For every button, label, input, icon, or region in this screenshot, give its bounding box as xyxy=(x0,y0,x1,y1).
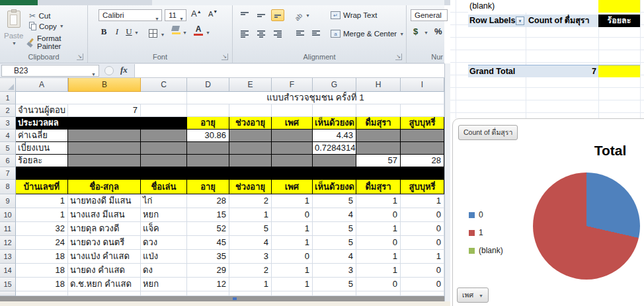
cell[interactable] xyxy=(313,155,356,167)
nickname-cell[interactable]: ไก่ xyxy=(141,194,187,208)
font-name-combo[interactable]: Calibri ▼ xyxy=(99,9,162,21)
smoke-cell[interactable]: 1 xyxy=(401,194,444,208)
name-box[interactable]: B23 ▼ xyxy=(1,65,99,77)
formula-input[interactable] xyxy=(134,64,444,77)
chevron-down-icon[interactable]: ▼ xyxy=(305,13,310,18)
age-range-cell[interactable]: 1 xyxy=(229,278,272,291)
increase-indent-button[interactable] xyxy=(309,28,323,40)
agree-cell[interactable]: 5 xyxy=(313,222,356,236)
age-cell[interactable]: 35 xyxy=(187,250,229,264)
gender-cell[interactable]: 1 xyxy=(272,194,313,208)
stat-header-age[interactable]: อายุ xyxy=(187,117,229,130)
cell[interactable] xyxy=(16,291,68,296)
table-header-nickname[interactable]: ชื่อเล่น xyxy=(141,180,187,194)
merge-center-button[interactable]: a Merge & Center ▼ xyxy=(331,30,404,38)
sheet-title[interactable]: แบบสำรวจชุมชน ครั้งที่ 1 xyxy=(187,92,444,104)
mean-agree-cell[interactable]: 4.43 xyxy=(313,130,356,142)
paste-button[interactable]: Paste ▼ xyxy=(1,7,26,49)
pct-drink-cell[interactable]: 57 xyxy=(356,155,401,167)
pivot-count-value[interactable] xyxy=(526,0,598,13)
chevron-down-icon[interactable]: ▼ xyxy=(424,30,428,35)
chart-title[interactable]: Total xyxy=(564,143,644,159)
legend-item[interactable]: 0 xyxy=(469,210,503,219)
agree-cell[interactable]: 4 xyxy=(313,208,356,222)
row-header[interactable]: 11 xyxy=(0,222,16,236)
age-cell[interactable]: 52 xyxy=(187,222,229,236)
sd-agree-cell[interactable]: 0.7284314 xyxy=(313,142,356,155)
cell[interactable] xyxy=(229,291,272,296)
col-header-E[interactable]: E xyxy=(229,78,272,92)
cell[interactable] xyxy=(141,130,187,142)
table-header-agree[interactable]: เห็นด้วยงด xyxy=(313,180,356,194)
drink-cell[interactable]: 1 xyxy=(356,264,401,278)
currency-button[interactable]: $ xyxy=(413,26,418,36)
nickname-cell[interactable]: หยก xyxy=(141,278,187,291)
smoke-cell[interactable]: 1 xyxy=(401,250,444,264)
cell[interactable] xyxy=(272,142,313,155)
pivot-row-labels-header[interactable]: Row Labels ▼ xyxy=(468,15,526,27)
chevron-down-icon[interactable]: ▼ xyxy=(206,30,210,35)
cell[interactable] xyxy=(68,142,141,155)
name-cell[interactable]: นายดุล ดวงดี xyxy=(68,222,141,236)
age-range-cell[interactable]: 2 xyxy=(229,194,272,208)
clipboard-dialog-launcher-icon[interactable]: ↘ xyxy=(77,54,83,60)
insert-function-icon[interactable]: fx xyxy=(120,65,128,75)
row-header-1[interactable]: 1 xyxy=(0,92,16,104)
pie-chart[interactable] xyxy=(533,172,640,280)
cell[interactable] xyxy=(68,291,141,296)
cell[interactable] xyxy=(141,291,187,296)
mean-label-cell[interactable]: ค่าเฉลี่ย xyxy=(16,130,68,142)
cell[interactable] xyxy=(68,130,141,142)
select-all-corner[interactable] xyxy=(0,78,16,92)
chart-field-button[interactable]: Count of ดื่มสุรา xyxy=(458,125,518,140)
cell[interactable] xyxy=(141,142,187,155)
grow-font-button[interactable]: A▲ xyxy=(191,9,202,19)
house-number-cell[interactable]: 32 xyxy=(16,222,68,236)
age-cell[interactable]: 28 xyxy=(187,194,229,208)
horizontal-scrollbar[interactable] xyxy=(0,296,444,301)
gender-cell[interactable]: 1 xyxy=(272,222,313,236)
row-header[interactable]: 12 xyxy=(0,236,16,250)
drink-cell[interactable]: 1 xyxy=(356,250,401,264)
table-header-age[interactable]: อายุ xyxy=(187,180,229,194)
cell[interactable] xyxy=(401,291,444,296)
cell[interactable] xyxy=(187,142,229,155)
table-header-age-range[interactable]: ช่วงอายุ xyxy=(229,180,272,194)
cell[interactable] xyxy=(141,104,187,117)
nickname-cell[interactable]: แจ็ค xyxy=(141,222,187,236)
table-header-name[interactable]: ชื่อ-สกุล xyxy=(68,180,141,194)
cell[interactable] xyxy=(401,142,444,155)
gender-cell[interactable]: 1 xyxy=(272,278,313,291)
format-painter-button[interactable]: Format Painter xyxy=(26,34,87,50)
legend-item[interactable]: 1 xyxy=(469,228,503,237)
cell[interactable] xyxy=(229,155,272,167)
pivot-chart[interactable]: Count of ดื่มสุรา Total 0 1 xyxy=(452,118,644,306)
font-dialog-launcher-icon[interactable]: ↘ xyxy=(221,54,228,60)
cell[interactable] xyxy=(313,291,356,296)
grand-total-percent[interactable] xyxy=(598,65,640,77)
table-header-smoke[interactable]: สูบบุหรี่ xyxy=(401,180,444,194)
col-header-G[interactable]: G xyxy=(313,78,356,92)
smoke-cell[interactable]: 0 xyxy=(401,236,444,250)
chevron-down-icon[interactable]: ▼ xyxy=(134,30,139,35)
cell[interactable] xyxy=(272,291,313,296)
col-header-D[interactable]: D xyxy=(187,78,229,92)
age-range-cell[interactable]: 5 xyxy=(229,222,272,236)
house-number-cell[interactable]: 18 xyxy=(16,250,68,264)
align-top-button[interactable] xyxy=(238,9,251,21)
col-header-A[interactable]: A xyxy=(16,78,68,92)
pivot-row-label[interactable]: (blank) xyxy=(468,0,526,13)
gender-cell[interactable]: 0 xyxy=(272,250,313,264)
align-bottom-button[interactable] xyxy=(271,9,284,21)
name-cell[interactable]: นายดง คำแสด xyxy=(68,264,141,278)
cell[interactable] xyxy=(272,130,313,142)
row-header-2[interactable]: 2 xyxy=(0,104,16,117)
respondents-value-cell[interactable]: 7 xyxy=(68,104,141,117)
row-header[interactable]: 14 xyxy=(0,264,16,278)
percent-button[interactable]: % xyxy=(434,26,442,36)
agree-cell[interactable]: 5 xyxy=(313,278,356,291)
name-cell[interactable]: นางแป่ง คำแสด xyxy=(68,250,141,264)
number-format-combo[interactable]: General xyxy=(411,9,448,21)
respondents-label-cell[interactable]: จำนวนผู้ตอบ xyxy=(16,104,68,117)
pivot-percent-value[interactable] xyxy=(598,0,640,13)
